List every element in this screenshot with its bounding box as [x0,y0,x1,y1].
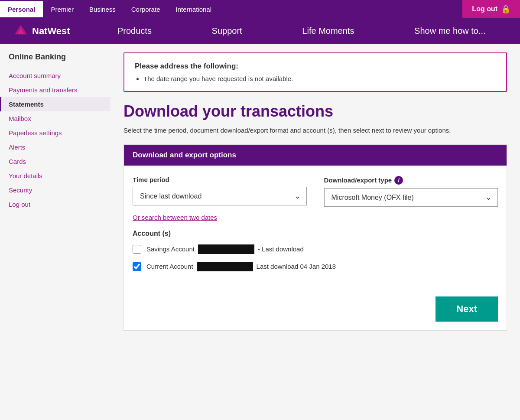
sidebar-nav: Account summary Payments and transfers S… [0,68,110,212]
logout-button[interactable]: Log out [462,0,520,18]
top-navigation: Personal Premier Business Corporate Inte… [0,0,520,18]
error-list: The date range you have requested is not… [135,75,496,82]
next-button-row: Next [124,290,507,330]
current-account-suffix: Last download 04 Jan 2018 [257,263,336,270]
download-type-select-wrapper: Microsoft Money (OFX file) Quicken (QIF … [324,188,498,207]
error-message: The date range you have requested is not… [143,75,496,82]
savings-account-suffix: - Last download [258,245,304,253]
page-layout: Online Banking Account summary Payments … [0,44,520,416]
sidebar-item-mailbox[interactable]: Mailbox [0,111,110,126]
sidebar-item-cards[interactable]: Cards [0,154,110,169]
main-navigation: Products Support Life Moments Show me ho… [96,23,507,39]
account-item-current: Current Account Last download 04 Jan 201… [133,262,498,271]
logo-text: NatWest [32,26,70,37]
sidebar-item-account-summary[interactable]: Account summary [0,68,110,83]
accounts-label: Account (s) [133,230,498,238]
current-account-number-redacted [197,262,253,271]
time-period-select-wrapper: Since last download Last 3 months Last 6… [133,187,307,205]
sidebar-item-paperless-settings[interactable]: Paperless settings [0,126,110,140]
nav-premier[interactable]: Premier [43,1,81,17]
download-panel-body: Time period Since last download Last 3 m… [124,166,507,290]
nav-life-moments[interactable]: Life Moments [302,23,354,39]
page-description: Select the time period, document downloa… [124,126,507,136]
main-header: NatWest Products Support Life Moments Sh… [0,18,520,44]
download-type-label-wrapper: Download/export type i [324,176,498,185]
nav-international[interactable]: International [168,1,219,17]
form-row-period-type: Time period Since last download Last 3 m… [133,176,498,207]
nav-products[interactable]: Products [117,23,152,39]
sidebar-heading: Online Banking [0,52,110,68]
error-box: Please address the following: The date r… [124,52,507,92]
sidebar-item-security[interactable]: Security [0,183,110,197]
sidebar: Online Banking Account summary Payments … [0,44,110,416]
time-period-select[interactable]: Since last download Last 3 months Last 6… [133,187,307,205]
nav-business[interactable]: Business [81,1,124,17]
download-panel: Download and export options Time period … [124,144,507,331]
sidebar-item-payments-transfers[interactable]: Payments and transfers [0,83,110,97]
savings-account-checkbox[interactable] [133,245,141,254]
current-account-type: Current Account [146,263,193,270]
time-period-label: Time period [133,176,307,183]
top-nav-links: Personal Premier Business Corporate Inte… [0,1,219,17]
sidebar-item-statements[interactable]: Statements [0,97,110,111]
current-account-checkbox[interactable] [133,262,141,271]
nav-corporate[interactable]: Corporate [124,1,168,17]
next-button[interactable]: Next [436,296,498,322]
form-group-download-type: Download/export type i Microsoft Money (… [324,176,498,207]
main-content: Please address the following: The date r… [110,44,520,416]
lock-icon [501,4,510,14]
download-panel-header: Download and export options [124,145,507,166]
page-title: Download your transactions [124,102,507,120]
error-title: Please address the following: [135,62,496,71]
search-between-dates-link[interactable]: Or search between two dates [133,214,217,221]
info-icon[interactable]: i [394,176,403,185]
account-item-savings: Savings Account - Last download [133,244,498,254]
nav-personal[interactable]: Personal [0,1,43,17]
savings-account-number-redacted [198,244,254,254]
form-group-time-period: Time period Since last download Last 3 m… [133,176,307,207]
savings-account-text: Savings Account - Last download [146,244,304,254]
nav-support[interactable]: Support [212,23,242,39]
sidebar-item-logout[interactable]: Log out [0,197,110,212]
sidebar-item-your-details[interactable]: Your details [0,169,110,183]
current-account-text: Current Account Last download 04 Jan 201… [146,262,336,271]
logout-label: Log out [472,5,497,13]
download-type-select[interactable]: Microsoft Money (OFX file) Quicken (QIF … [324,188,498,207]
savings-account-type: Savings Account [146,245,195,253]
logo: NatWest [13,23,70,39]
download-type-label: Download/export type i [324,176,498,185]
sidebar-item-alerts[interactable]: Alerts [0,140,110,154]
nav-show-me[interactable]: Show me how to... [414,23,486,39]
natwest-logo-icon [13,23,29,39]
download-type-label-text: Download/export type [324,176,392,184]
